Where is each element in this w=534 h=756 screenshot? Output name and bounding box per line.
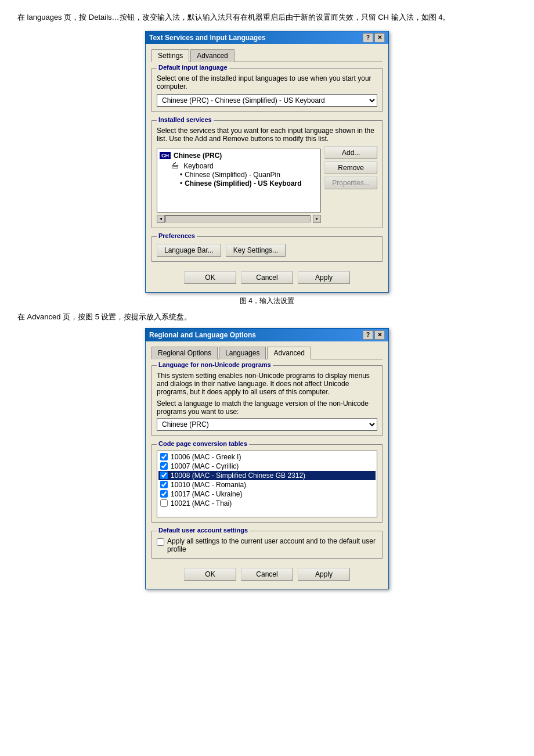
group-preferences: Preferences Language Bar... Key Settings… [151,236,383,262]
services-col: CH Chinese (PRC) 🖮 Keyboard • Chinese (S… [157,146,321,223]
group-inner-installed-services: Select the services that you want for ea… [157,127,377,223]
apply-button-1[interactable]: Apply [298,271,350,284]
group-inner-preferences: Language Bar... Key Settings... [157,244,377,257]
titlebar-buttons-1: ? ✕ [363,33,385,42]
default-input-select[interactable]: Chinese (PRC) - Chinese (Simplified) - U… [157,94,377,107]
group-installed-services: Installed services Select the services t… [151,120,383,228]
group-inner-non-unicode: This system setting enables non-Unicode … [157,372,377,431]
check-item-10007: 10007 (MAC - Cyrillic) [158,462,376,471]
check-label-10010: 10010 (MAC - Romania) [171,481,246,489]
default-account-row: Apply all settings to the current user a… [157,537,377,553]
dialog-title-2: Regional and Language Options [149,331,256,339]
group-non-unicode: Language for non-Unicode programs This s… [151,365,383,436]
check-label-10007: 10007 (MAC - Cyrillic) [171,462,239,470]
group-inner-default-user: Apply all settings to the current user a… [157,537,377,553]
installed-services-desc: Select the services that you want for ea… [157,127,377,143]
help-button-1[interactable]: ? [363,33,373,42]
check-item-10010: 10010 (MAC - Romania) [158,480,376,489]
intro-text-1: 在 languages 页，按 Details…按钮，改变输入法，默认输入法只有… [17,12,517,24]
checkbox-10021[interactable] [160,499,168,507]
non-unicode-desc1: This system setting enables non-Unicode … [157,372,377,396]
group-inner-default-input: Select one of the installed input langua… [157,74,377,107]
dialog-content-1: Settings Advanced Default input language… [146,44,388,292]
group-label-code-page: Code page conversion tables [157,440,249,447]
tab-settings[interactable]: Settings [151,49,189,62]
close-button-1[interactable]: ✕ [374,33,385,42]
default-user-checkbox[interactable] [157,538,164,546]
keyboard-icon: 🖮 [171,161,179,170]
dialog-footer-2: OK Cancel Apply [151,563,383,583]
services-row: CH Chinese (PRC) 🖮 Keyboard • Chinese (S… [157,146,377,223]
dialog-content-2: Regional Options Languages Advanced Lang… [146,341,388,589]
scroll-row-1: ◂ ▸ [157,215,321,223]
checkbox-10007[interactable] [160,462,168,470]
check-item-10008: 10008 (MAC - Simplified Chinese GB 2312) [158,471,376,480]
group-code-page: Code page conversion tables 10006 (MAC -… [151,444,383,523]
apply-button-2[interactable]: Apply [298,568,350,581]
check-label-10006: 10006 (MAC - Greek I) [171,453,241,461]
cancel-button-2[interactable]: Cancel [241,568,293,581]
checkbox-10010[interactable] [160,481,168,488]
titlebar-buttons-2: ? ✕ [363,330,385,340]
check-label-10017: 10017 (MAC - Ukraine) [171,490,242,498]
checkbox-10017[interactable] [160,490,168,498]
code-page-list[interactable]: 10006 (MAC - Greek I)10007 (MAC - Cyrill… [157,451,377,517]
tab-regional-options[interactable]: Regional Options [151,347,218,359]
group-label-default-input: Default input language [157,64,229,71]
default-input-dropdown-wrap: Chinese (PRC) - Chinese (Simplified) - U… [157,94,377,107]
group-default-user: Default user account settings Apply all … [151,531,383,559]
service-us-keyboard: • Chinese (Simplified) - US Keyboard [180,179,318,188]
tab-advanced[interactable]: Advanced [190,49,234,62]
scroll-left[interactable]: ◂ [157,215,165,223]
dialog-title-1: Text Services and Input Languages [149,34,266,42]
service-item-us-keyboard: Chinese (Simplified) - US Keyboard [185,179,301,188]
dialog-titlebar-2: Regional and Language Options ? ✕ [146,329,388,341]
remove-button[interactable]: Remove [324,161,377,174]
group-label-installed-services: Installed services [157,116,214,123]
non-unicode-desc2: Select a language to match the language … [157,399,377,416]
group-default-input-lang: Default input language Select one of the… [151,68,383,112]
keyboard-label: Keyboard [183,162,213,170]
checkbox-10008[interactable] [160,471,168,479]
non-unicode-select[interactable]: Chinese (PRC) [157,418,377,431]
side-buttons-1: Add... Remove Properties... [324,146,377,189]
tab-advanced-2[interactable]: Advanced [267,347,311,359]
check-label-10021: 10021 (MAC - Thai) [171,499,232,507]
dialog-titlebar-1: Text Services and Input Languages ? ✕ [146,31,388,44]
group-label-non-unicode: Language for non-Unicode programs [157,361,273,368]
check-item-10006: 10006 (MAC - Greek I) [158,452,376,462]
check-item-10021: 10021 (MAC - Thai) [158,499,376,508]
group-label-default-user: Default user account settings [157,527,250,534]
add-button[interactable]: Add... [324,146,377,159]
check-item-10017: 10017 (MAC - Ukraine) [158,489,376,499]
dialog-regional-options: Regional and Language Options ? ✕ Region… [145,328,389,589]
checkbox-10006[interactable] [160,453,168,460]
key-settings-button[interactable]: Key Settings... [226,244,286,257]
tab-languages[interactable]: Languages [219,347,266,359]
language-bar-button[interactable]: Language Bar... [157,244,221,257]
group-inner-code-page: 10006 (MAC - Greek I)10007 (MAC - Cyrill… [157,451,377,517]
cancel-button-1[interactable]: Cancel [241,271,293,284]
service-quanpin: • Chinese (Simplified) - QuanPin [180,171,318,179]
check-label-10008: 10008 (MAC - Simplified Chinese GB 2312) [171,471,305,480]
service-item-quanpin: Chinese (Simplified) - QuanPin [185,171,280,179]
scroll-track-1[interactable] [165,215,311,222]
lang-name: Chinese (PRC) [174,152,222,160]
ok-button-1[interactable]: OK [184,271,236,284]
service-keyboard: 🖮 Keyboard [171,161,318,170]
tab-bar-1: Settings Advanced [151,49,383,62]
services-list[interactable]: CH Chinese (PRC) 🖮 Keyboard • Chinese (S… [157,149,321,213]
ch-badge: CH [160,152,171,159]
prefs-row: Language Bar... Key Settings... [157,244,377,257]
bullet-2: • [180,179,182,188]
properties-button[interactable]: Properties... [324,177,377,189]
help-button-2[interactable]: ? [363,330,373,340]
tab-bar-2: Regional Options Languages Advanced [151,346,383,359]
scroll-right[interactable]: ▸ [313,215,321,223]
ok-button-2[interactable]: OK [184,568,236,581]
caption-1: 图 4，输入法设置 [17,296,517,306]
intro-text-2: 在 Advanced 页，按图 5 设置，按提示放入系统盘。 [17,312,517,322]
service-lang-chinese: CH Chinese (PRC) [160,152,318,160]
close-button-2[interactable]: ✕ [374,330,385,340]
non-unicode-dropdown-wrap: Chinese (PRC) [157,418,377,431]
